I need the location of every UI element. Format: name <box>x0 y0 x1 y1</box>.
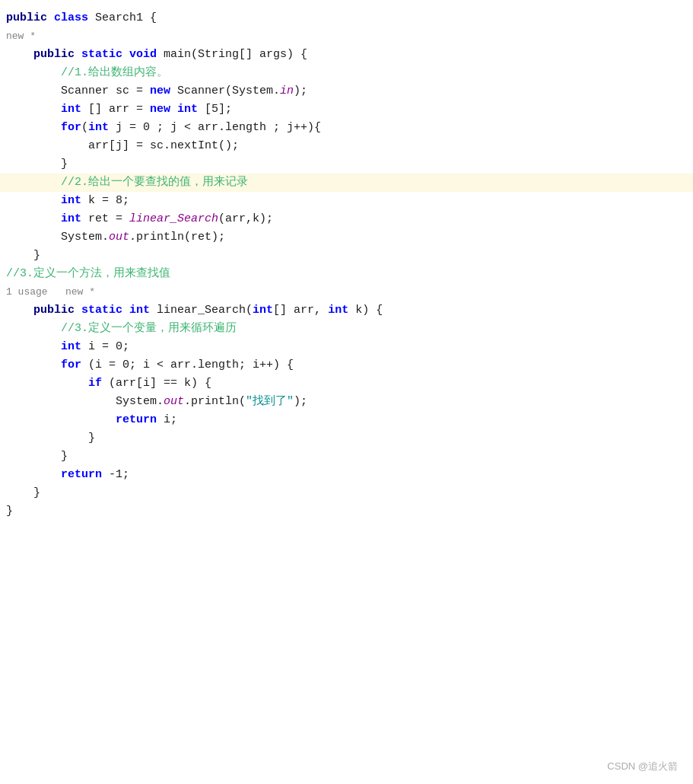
code-token: (i = 0; i < arr.length; i++) { <box>88 359 294 371</box>
code-token: 1 usage new * <box>6 286 95 298</box>
code-token: class <box>54 11 95 24</box>
code-token <box>6 468 61 481</box>
code-token: static <box>81 48 129 61</box>
code-token: (arr[i] == k) { <box>109 377 211 390</box>
code-line: //1.给出数组内容。 <box>0 64 693 82</box>
code-line: new * <box>0 27 693 46</box>
code-token <box>6 103 61 116</box>
code-line: if (arr[i] == k) { <box>0 374 693 393</box>
code-line: } <box>0 155 693 174</box>
code-token: "找到了" <box>246 395 294 408</box>
code-token: new * <box>6 30 36 42</box>
code-token: } <box>6 158 68 171</box>
code-token: out <box>164 395 184 408</box>
code-line: System.out.println("找到了"); <box>0 393 693 411</box>
code-token: new <box>150 84 177 97</box>
code-token <box>6 359 61 371</box>
code-token: i; <box>164 413 177 426</box>
code-token: } <box>6 486 40 499</box>
code-token: } <box>6 432 95 445</box>
code-line: 1 usage new * <box>0 283 693 301</box>
code-token: new <box>150 103 177 116</box>
code-line: for(int j = 0 ; j < arr.length ; j++){ <box>0 119 693 137</box>
code-line: int [] arr = new int [5]; <box>0 100 693 119</box>
code-token: public <box>33 48 81 61</box>
code-token: for <box>61 359 88 371</box>
code-token: public <box>6 11 54 24</box>
code-token: [] arr = <box>88 103 150 116</box>
code-token: linear_Search( <box>157 304 253 317</box>
code-token: //2.给出一个要查找的值，用来记录 <box>6 176 248 189</box>
code-token: ); <box>294 84 307 97</box>
code-token: ); <box>294 395 307 408</box>
code-line: int i = 0; <box>0 338 693 356</box>
code-token: int <box>61 103 88 116</box>
code-token: for <box>61 121 81 134</box>
code-token: return <box>61 468 109 481</box>
code-line: int k = 8; <box>0 192 693 210</box>
code-line: public class Search1 { <box>0 9 693 27</box>
code-line: System.out.println(ret); <box>0 228 693 247</box>
code-line: public static void main(String[] args) { <box>0 46 693 64</box>
code-token <box>6 194 61 207</box>
code-line: return i; <box>0 411 693 429</box>
code-token: (arr,k); <box>218 212 273 225</box>
code-token: static <box>81 304 129 317</box>
code-token: Scanner sc = <box>6 84 150 97</box>
code-token: [5]; <box>205 103 232 116</box>
code-line: public static int linear_Search(int[] ar… <box>0 301 693 320</box>
code-token: i = 0; <box>88 340 129 353</box>
code-token: public <box>33 304 81 317</box>
code-token <box>6 212 61 225</box>
code-line: } <box>0 484 693 502</box>
code-line: //2.给出一个要查找的值，用来记录 <box>0 174 693 192</box>
code-token: System. <box>6 231 109 244</box>
code-token: Scanner(System. <box>177 84 280 97</box>
code-token <box>6 304 33 317</box>
code-container: public class Search1 {new * public stati… <box>0 6 693 524</box>
code-line: int ret = linear_Search(arr,k); <box>0 210 693 228</box>
code-line: for (i = 0; i < arr.length; i++) { <box>0 356 693 374</box>
code-token: int <box>61 340 88 353</box>
code-line: } <box>0 429 693 448</box>
code-line: } <box>0 448 693 466</box>
code-token: int <box>328 304 355 317</box>
code-token: int <box>253 304 273 317</box>
code-token: int <box>129 304 157 317</box>
code-token: if <box>88 377 109 390</box>
code-line: //3.定义一个方法，用来查找值 <box>0 265 693 283</box>
code-token: } <box>6 450 68 463</box>
code-token: //1.给出数组内容。 <box>6 66 168 79</box>
code-token: k) { <box>355 304 383 317</box>
code-token: int <box>61 212 88 225</box>
code-token <box>6 413 116 426</box>
code-token: .println(ret); <box>129 231 225 244</box>
code-token: int <box>61 194 88 207</box>
code-token: System. <box>6 395 164 408</box>
code-token: //3.定义一个方法，用来查找值 <box>6 267 170 280</box>
code-token: -1; <box>109 468 129 481</box>
code-token: Search1 { <box>95 11 157 24</box>
code-line: } <box>0 247 693 265</box>
code-token: j = 0 ; j < arr.length ; j++){ <box>116 121 321 134</box>
code-token: int <box>177 103 205 116</box>
code-token: out <box>109 231 129 244</box>
code-token: } <box>6 505 13 518</box>
code-token <box>6 121 61 134</box>
code-token <box>6 377 88 390</box>
code-token: } <box>6 249 40 262</box>
code-line: //3.定义一个变量，用来循环遍历 <box>0 320 693 338</box>
code-line: } <box>0 502 693 521</box>
code-token: [] arr, <box>273 304 328 317</box>
code-token: main(String[] args) { <box>164 48 307 61</box>
code-token: ret = <box>88 212 129 225</box>
code-token: int <box>88 121 116 134</box>
code-token: return <box>116 413 164 426</box>
code-token <box>6 48 33 61</box>
code-token: in <box>280 84 294 97</box>
watermark: CSDN @追火箭 <box>607 759 678 775</box>
code-token: k = 8; <box>88 194 129 207</box>
code-line: arr[j] = sc.nextInt(); <box>0 137 693 155</box>
code-line: Scanner sc = new Scanner(System.in); <box>0 82 693 100</box>
code-token: ( <box>81 121 88 134</box>
